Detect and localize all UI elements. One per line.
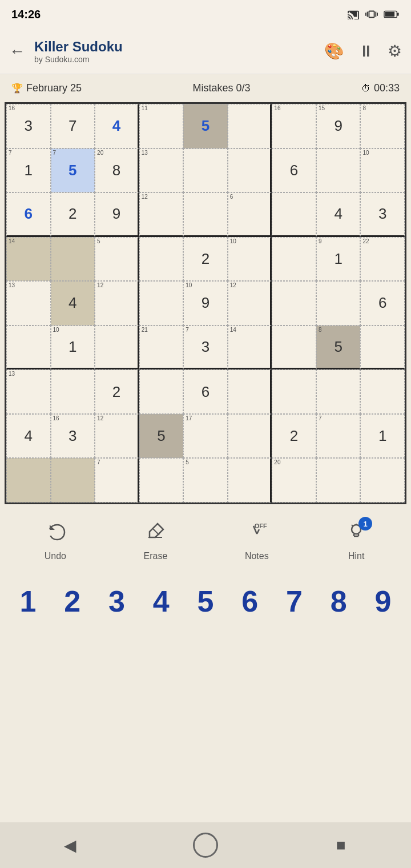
cell-3-6[interactable] [272, 237, 316, 282]
cell-6-5[interactable] [228, 369, 272, 414]
pause-button[interactable]: ⏸ [358, 42, 374, 61]
cell-5-8[interactable] [360, 326, 405, 370]
cell-4-2[interactable]: 12 [95, 281, 139, 326]
cell-7-2[interactable]: 12 [95, 414, 139, 459]
cell-8-3[interactable] [139, 458, 184, 503]
cell-8-8[interactable] [360, 458, 405, 503]
cell-3-8[interactable]: 22 [360, 237, 405, 282]
numpad-1-button[interactable]: 1 [11, 584, 45, 618]
cell-4-4[interactable]: 109 [183, 281, 228, 326]
cell-8-1[interactable] [51, 458, 95, 503]
cell-0-3[interactable]: 11 [139, 104, 184, 148]
cell-8-6[interactable]: 20 [272, 458, 316, 503]
sudoku-grid[interactable]: 1637411516159871752081361062912643145210… [5, 102, 406, 504]
cell-6-0[interactable]: 13 [6, 369, 51, 414]
cell-1-0[interactable]: 71 [6, 148, 51, 193]
cell-1-1[interactable]: 75 [51, 148, 95, 193]
cell-0-7[interactable]: 159 [316, 104, 361, 148]
cell-5-1[interactable]: 101 [51, 326, 95, 370]
cell-2-4[interactable] [183, 192, 228, 237]
cell-7-5[interactable] [228, 414, 272, 459]
cell-0-6[interactable]: 16 [272, 104, 316, 148]
cell-5-5[interactable]: 14 [228, 326, 272, 370]
cell-0-8[interactable]: 8 [360, 104, 405, 148]
cell-2-3[interactable]: 12 [139, 192, 184, 237]
cell-0-4[interactable]: 5 [183, 104, 228, 148]
cell-5-2[interactable] [95, 326, 139, 370]
erase-button[interactable]: Erase [144, 521, 168, 561]
cell-6-8[interactable] [360, 369, 405, 414]
cell-3-1[interactable] [51, 237, 95, 282]
cell-6-4[interactable]: 6 [183, 369, 228, 414]
cell-3-3[interactable] [139, 237, 184, 282]
cell-3-7[interactable]: 91 [316, 237, 361, 282]
numpad-3-button[interactable]: 3 [99, 584, 134, 618]
cell-7-8[interactable]: 1 [360, 414, 405, 459]
numpad-8-button[interactable]: 8 [321, 584, 356, 618]
cell-3-4[interactable]: 2 [183, 237, 228, 282]
cell-3-2[interactable]: 5 [95, 237, 139, 282]
cell-5-0[interactable] [6, 326, 51, 370]
numpad-5-button[interactable]: 5 [188, 584, 223, 618]
cell-6-6[interactable] [272, 369, 316, 414]
settings-button[interactable]: ⚙ [388, 42, 402, 61]
cell-1-7[interactable] [316, 148, 361, 193]
cell-8-7[interactable] [316, 458, 361, 503]
numpad-2-button[interactable]: 2 [55, 584, 90, 618]
cell-5-4[interactable]: 73 [183, 326, 228, 370]
numpad-9-button[interactable]: 9 [366, 584, 400, 618]
cell-0-5[interactable] [228, 104, 272, 148]
cell-4-1[interactable]: 4 [51, 281, 95, 326]
nav-back-button[interactable]: ◀ [53, 828, 87, 862]
cell-2-2[interactable]: 9 [95, 192, 139, 237]
cell-2-5[interactable]: 6 [228, 192, 272, 237]
cell-5-6[interactable] [272, 326, 316, 370]
cell-4-3[interactable] [139, 281, 184, 326]
cell-3-5[interactable]: 10 [228, 237, 272, 282]
cell-6-2[interactable]: 2 [95, 369, 139, 414]
numpad-4-button[interactable]: 4 [144, 584, 178, 618]
cell-4-7[interactable] [316, 281, 361, 326]
numpad-7-button[interactable]: 7 [277, 584, 311, 618]
cell-7-0[interactable]: 4 [6, 414, 51, 459]
cell-4-6[interactable] [272, 281, 316, 326]
cell-2-6[interactable] [272, 192, 316, 237]
cell-6-7[interactable] [316, 369, 361, 414]
cell-1-3[interactable]: 13 [139, 148, 184, 193]
numpad-6-button[interactable]: 6 [233, 584, 267, 618]
cell-4-5[interactable]: 12 [228, 281, 272, 326]
cell-7-3[interactable]: 5 [139, 414, 184, 459]
cell-8-0[interactable] [6, 458, 51, 503]
cell-7-6[interactable]: 2 [272, 414, 316, 459]
cell-0-2[interactable]: 4 [95, 104, 139, 148]
cell-3-0[interactable]: 14 [6, 237, 51, 282]
cell-4-0[interactable]: 13 [6, 281, 51, 326]
nav-recent-button[interactable]: ■ [324, 828, 358, 862]
palette-button[interactable]: 🎨 [324, 42, 344, 61]
cell-0-0[interactable]: 163 [6, 104, 51, 148]
undo-button[interactable]: Undo [45, 521, 66, 561]
cell-2-0[interactable]: 6 [6, 192, 51, 237]
cell-1-2[interactable]: 208 [95, 148, 139, 193]
cell-1-5[interactable] [228, 148, 272, 193]
hint-button[interactable]: 1 Hint [346, 521, 366, 561]
cell-1-8[interactable]: 10 [360, 148, 405, 193]
cell-8-5[interactable] [228, 458, 272, 503]
cell-6-3[interactable] [139, 369, 184, 414]
cell-2-1[interactable]: 2 [51, 192, 95, 237]
cell-0-1[interactable]: 7 [51, 104, 95, 148]
cell-4-8[interactable]: 6 [360, 281, 405, 326]
cell-5-7[interactable]: 85 [316, 326, 361, 370]
cell-2-7[interactable]: 4 [316, 192, 361, 237]
cell-8-2[interactable]: 7 [95, 458, 139, 503]
notes-button[interactable]: OFF Notes [245, 521, 269, 561]
cell-5-3[interactable]: 21 [139, 326, 184, 370]
nav-home-button[interactable] [193, 833, 218, 858]
cell-8-4[interactable]: 5 [183, 458, 228, 503]
cell-7-7[interactable]: 7 [316, 414, 361, 459]
cell-1-4[interactable] [183, 148, 228, 193]
cell-2-8[interactable]: 3 [360, 192, 405, 237]
cell-7-1[interactable]: 163 [51, 414, 95, 459]
cell-1-6[interactable]: 6 [272, 148, 316, 193]
back-button[interactable]: ← [9, 42, 25, 61]
